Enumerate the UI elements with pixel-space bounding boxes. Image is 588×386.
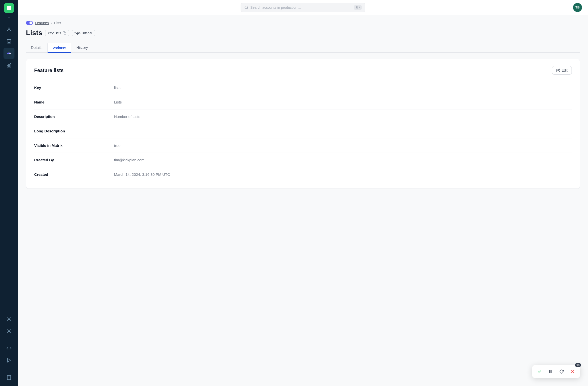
sidebar-divider-3 [4,369,13,369]
svg-point-14 [8,331,10,332]
logo[interactable] [4,3,14,13]
svg-rect-21 [550,370,550,373]
tag-key-label: key: [48,31,54,35]
detail-value-name: Lists [114,100,122,104]
svg-rect-0 [7,6,9,8]
page-header: Lists key: lists type: integer [26,29,580,37]
svg-rect-10 [7,65,8,67]
breadcrumb-current: Lists [54,21,61,25]
sidebar-item-toggle[interactable] [3,48,14,59]
play-icon [6,358,11,363]
tabs: Details Variants History [26,43,580,53]
detail-label-visible: Visible in Matrix [34,143,114,148]
detail-value-key: lists [114,86,121,90]
gear-icon [6,317,11,322]
close-icon [570,369,575,374]
user-icon [6,27,11,32]
sidebar-collapse-button[interactable]: ⌃ [7,16,10,20]
detail-row-visible: Visible in Matrix true [34,138,572,153]
svg-rect-11 [8,64,9,67]
feature-toggle-breadcrumb[interactable] [26,21,33,25]
breadcrumb-parent[interactable]: Features [35,21,49,25]
content-area: Features › Lists Lists key: lists type: … [18,15,588,386]
svg-rect-3 [9,8,11,10]
logo-icon [6,5,12,11]
svg-rect-22 [551,370,552,373]
breadcrumb-separator: › [51,21,52,25]
breadcrumb: Features › Lists [26,21,580,25]
search-icon [244,5,248,9]
svg-rect-1 [9,6,11,8]
search-box[interactable]: Search accounts in production ... ⌘K [241,3,365,12]
detail-label-name: Name [34,100,114,104]
sidebar-divider-1 [4,74,13,74]
chart-icon [6,63,11,68]
detail-value-created: March 14, 2024, 3:16:30 PM UTC [114,172,170,177]
main-content: Search accounts in production ... ⌘K TB … [18,0,588,386]
tag-key-value: lists [55,31,61,35]
detail-value-visible: true [114,143,121,148]
floating-badge-count: 13 [575,363,581,367]
sidebar-item-settings1[interactable] [3,314,14,325]
sidebar-item-code[interactable] [3,343,14,354]
detail-row-description: Description Number of Lists [34,109,572,124]
svg-point-13 [8,319,10,320]
sidebar-item-users[interactable] [3,24,14,35]
refresh-icon [559,369,564,374]
pause-icon [548,369,553,374]
copy-icon[interactable] [63,31,66,35]
detail-label-description: Description [34,114,114,119]
svg-rect-16 [7,376,10,380]
detail-label-long-description: Long Description [34,129,114,133]
svg-marker-15 [7,359,10,362]
page-title: Lists [26,29,42,37]
svg-point-18 [245,6,248,9]
detail-row-key: Key lists [34,81,572,95]
detail-label-created-by: Created By [34,158,114,162]
floating-action-bar: 13 [532,365,580,378]
edit-label: Edit [562,68,568,72]
key-tag: key: lists [45,30,69,36]
sidebar-item-play[interactable] [3,355,14,366]
svg-rect-20 [64,32,66,34]
svg-point-4 [8,28,10,29]
search-placeholder: Search accounts in production ... [250,5,352,9]
tag-type-value: type: integer [75,31,93,35]
feature-card: Feature lists Edit Key lists Name Lists [26,59,580,189]
type-tag: type: integer [72,30,95,36]
feature-card-header: Feature lists Edit [34,66,572,75]
sidebar-divider-2 [4,340,13,340]
check-icon [537,369,542,374]
bookmark-icon [6,375,11,380]
tab-variants[interactable]: Variants [47,43,71,53]
inbox-icon [6,39,11,44]
detail-value-description: Number of Lists [114,114,140,119]
sidebar-item-chart[interactable] [3,60,14,71]
code-icon [6,346,11,351]
svg-line-19 [247,8,248,9]
tab-details[interactable]: Details [26,43,47,53]
toggle-icon [6,51,11,56]
search-shortcut: ⌘K [354,5,362,10]
sidebar-item-bookmark[interactable] [3,372,14,383]
floating-pause-button[interactable] [546,367,555,376]
sidebar: ⌃ [0,0,18,386]
sidebar-item-settings2[interactable] [3,326,14,337]
detail-row-created-by: Created By tim@kickplan.com [34,153,572,167]
floating-close-button[interactable] [568,367,577,376]
sidebar-item-inbox[interactable] [3,36,14,47]
detail-label-created: Created [34,172,114,177]
user-avatar[interactable]: TB [573,3,582,12]
floating-check-button[interactable] [535,367,544,376]
edit-button[interactable]: Edit [552,66,572,75]
settings-icon [6,329,11,334]
detail-row-name: Name Lists [34,95,572,109]
tab-history[interactable]: History [71,43,93,53]
svg-point-9 [9,53,11,54]
detail-row-long-description: Long Description [34,124,572,138]
detail-row-created: Created March 14, 2024, 3:16:30 PM UTC [34,167,572,182]
svg-rect-12 [10,64,11,67]
floating-refresh-button[interactable] [557,367,566,376]
detail-value-created-by: tim@kickplan.com [114,158,145,162]
feature-card-title: Feature lists [34,68,64,73]
